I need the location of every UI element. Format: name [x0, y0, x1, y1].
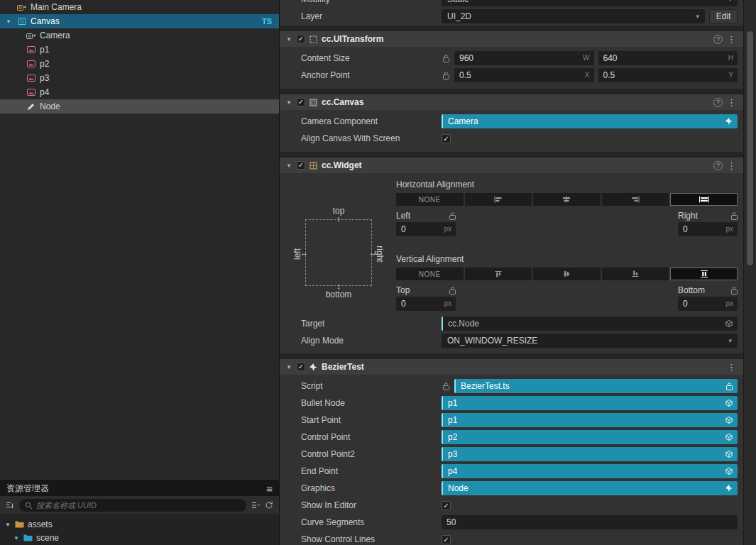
top-margin-input[interactable] [396, 297, 456, 311]
tree-item-label: p1 [40, 45, 49, 55]
component-enabled-checkbox[interactable] [297, 98, 305, 106]
chevron-down-icon[interactable] [285, 363, 292, 370]
tree-item-main-camera[interactable]: Main Camera [0, 0, 279, 14]
camera-component-reference[interactable]: Camera [442, 114, 738, 128]
content-size-width-input[interactable] [454, 51, 594, 65]
script-component-icon [309, 363, 317, 371]
help-icon[interactable] [713, 98, 723, 107]
kebab-menu-icon[interactable] [727, 34, 736, 45]
canvas-header[interactable]: cc.Canvas [280, 94, 743, 110]
layer-dropdown[interactable]: UI_2D [442, 9, 705, 23]
sort-icon[interactable] [6, 501, 14, 510]
uitransform-header[interactable]: cc.UITransform [280, 31, 743, 47]
control-point-row: Control Point p2 [280, 429, 743, 446]
h-align-left-button[interactable] [465, 193, 532, 206]
layer-row: Layer UI_2D Edit [280, 8, 743, 25]
v-align-bottom-button[interactable] [602, 268, 669, 280]
tree-item-p2[interactable]: p2 [0, 57, 279, 71]
anchor-y-input[interactable] [598, 68, 738, 82]
bullet-node-reference[interactable]: p1 [442, 396, 738, 410]
v-align-stretch-button[interactable] [670, 268, 738, 280]
widget-diagram: top left right bottom [291, 206, 386, 299]
lock-icon[interactable] [442, 55, 450, 62]
start-point-reference[interactable]: p1 [442, 413, 738, 427]
mobility-dropdown[interactable]: Static [442, 0, 738, 6]
graphics-row: Graphics Node [280, 480, 743, 497]
widget-header[interactable]: cc.Widget [280, 158, 743, 173]
beziertest-header[interactable]: BezierTest [280, 359, 743, 375]
layer-edit-button[interactable]: Edit [709, 9, 738, 23]
lock-icon[interactable] [442, 72, 450, 79]
asset-item-scene[interactable]: scene [0, 531, 279, 544]
lock-icon[interactable] [731, 287, 738, 294]
component-enabled-checkbox[interactable] [297, 35, 305, 43]
kebab-menu-icon[interactable] [727, 160, 736, 171]
tree-item-p4[interactable]: p4 [0, 85, 279, 99]
show-in-editor-checkbox[interactable] [442, 501, 451, 510]
chevron-down-icon[interactable] [4, 521, 11, 528]
align-canvas-checkbox[interactable] [442, 134, 451, 143]
right-margin-input[interactable] [678, 222, 738, 236]
diagram-right-label: right [375, 240, 385, 268]
content-size-height-input[interactable] [598, 51, 738, 65]
curve-segments-field [442, 515, 738, 529]
search-input[interactable] [36, 501, 241, 510]
curve-segments-input[interactable] [442, 515, 738, 529]
script-asset-reference[interactable]: BezierTest.ts [454, 379, 738, 393]
node-props-top: Mobility Static Layer UI_2D Edit [280, 0, 743, 26]
chevron-down-icon[interactable] [285, 35, 292, 43]
assets-panel: 资源管理器 [0, 480, 279, 545]
assets-tree: assets scene [0, 515, 279, 545]
asset-item-assets[interactable]: assets [0, 517, 279, 531]
left-margin-input[interactable] [396, 222, 456, 236]
lock-icon[interactable] [449, 287, 456, 294]
show-control-lines-checkbox[interactable] [442, 535, 451, 544]
tree-item-p1[interactable]: p1 [0, 43, 279, 57]
v-align-top-button[interactable] [465, 268, 532, 280]
anchor-x-input[interactable] [454, 68, 594, 82]
tree-item-camera[interactable]: Camera [0, 28, 279, 43]
v-align-none-button[interactable]: NONE [396, 268, 464, 280]
chevron-down-icon [728, 337, 732, 344]
folder-icon [15, 520, 24, 528]
control-point2-reference[interactable]: p3 [442, 447, 738, 461]
graphics-component-reference[interactable]: Node [442, 481, 738, 495]
content-size-height-field: H [598, 51, 738, 65]
lock-icon[interactable] [442, 382, 450, 390]
scrollbar[interactable] [743, 0, 756, 545]
component-enabled-checkbox[interactable] [297, 363, 305, 371]
kebab-menu-icon[interactable] [727, 362, 736, 373]
app-window: Main Camera Canvas TS Camera [0, 0, 756, 545]
scrollbar-thumb[interactable] [747, 31, 753, 265]
kebab-menu-icon[interactable] [727, 97, 736, 108]
search-box[interactable] [19, 499, 246, 512]
h-align-center-button[interactable] [533, 193, 601, 206]
tree-item-node[interactable]: Node [0, 99, 279, 114]
h-align-stretch-button[interactable] [670, 193, 738, 206]
lock-icon[interactable] [449, 212, 456, 220]
top-label: Top [396, 285, 410, 295]
node-ref-icon [725, 468, 733, 475]
lock-icon[interactable] [731, 212, 738, 220]
tree-item-p3[interactable]: p3 [0, 71, 279, 85]
refresh-icon[interactable] [265, 501, 273, 510]
chevron-down-icon[interactable] [13, 534, 20, 541]
align-mode-dropdown[interactable]: ON_WINDOW_RESIZE [442, 334, 738, 348]
chevron-down-icon[interactable] [285, 99, 292, 106]
chevron-down-icon[interactable] [4, 18, 13, 25]
help-icon[interactable] [713, 161, 723, 170]
control-point-reference[interactable]: p2 [442, 430, 738, 444]
h-align-none-button[interactable]: NONE [396, 193, 464, 206]
target-reference[interactable]: cc.Node [442, 316, 738, 331]
v-align-middle-button[interactable] [533, 268, 601, 280]
chevron-down-icon[interactable] [285, 162, 292, 169]
h-align-right-button[interactable] [602, 193, 669, 206]
tree-item-canvas[interactable]: Canvas TS [0, 14, 279, 28]
bottom-margin-input[interactable] [678, 297, 738, 311]
end-point-reference[interactable]: p4 [442, 464, 738, 478]
menu-icon[interactable] [266, 483, 273, 494]
help-icon[interactable] [713, 35, 723, 44]
checklist-icon[interactable] [251, 501, 260, 510]
assets-toolbar [0, 496, 279, 515]
component-enabled-checkbox[interactable] [297, 161, 305, 170]
